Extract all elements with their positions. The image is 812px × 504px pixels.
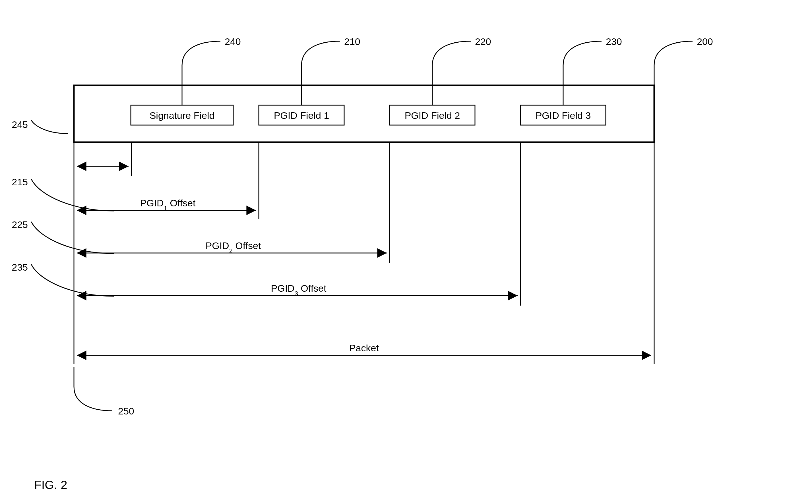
ref-220: 220 — [475, 36, 491, 47]
figure-caption: FIG. 2 — [34, 478, 67, 491]
ref-210: 210 — [344, 36, 360, 47]
ref-230: 230 — [606, 36, 622, 47]
leader-curve-200 — [654, 41, 693, 85]
ref-215: 215 — [12, 177, 28, 187]
leader-curve-250 — [74, 367, 112, 411]
pgid-field-3-label: PGID Field 3 — [536, 110, 591, 121]
leader-curve-240 — [182, 41, 220, 85]
leader-curve-225 — [31, 222, 114, 254]
ref-250: 250 — [118, 406, 134, 416]
pgid-field-2-label: PGID Field 2 — [405, 110, 460, 121]
signature-field-label: Signature Field — [150, 110, 215, 121]
ref-200: 200 — [697, 36, 713, 47]
ref-235: 235 — [12, 262, 28, 273]
ref-245: 245 — [12, 119, 28, 130]
ref-225: 225 — [12, 219, 28, 230]
leader-curve-245 — [31, 120, 68, 134]
leader-curve-215 — [31, 179, 114, 211]
dim-packet-label: Packet — [349, 343, 379, 353]
leader-curve-235 — [31, 264, 114, 296]
ref-240: 240 — [225, 36, 241, 47]
pgid-field-1-label: PGID Field 1 — [274, 110, 329, 121]
packet-diagram: Signature Field PGID Field 1 PGID Field … — [0, 0, 812, 504]
leader-curve-230 — [563, 41, 602, 85]
leader-curve-210 — [301, 41, 340, 85]
leader-curve-220 — [432, 41, 471, 85]
dim-pgid1-label: PGID1 Offset — [140, 198, 196, 212]
dim-pgid3-label: PGID3 Offset — [271, 283, 326, 297]
dim-pgid2-label: PGID2 Offset — [206, 240, 261, 254]
